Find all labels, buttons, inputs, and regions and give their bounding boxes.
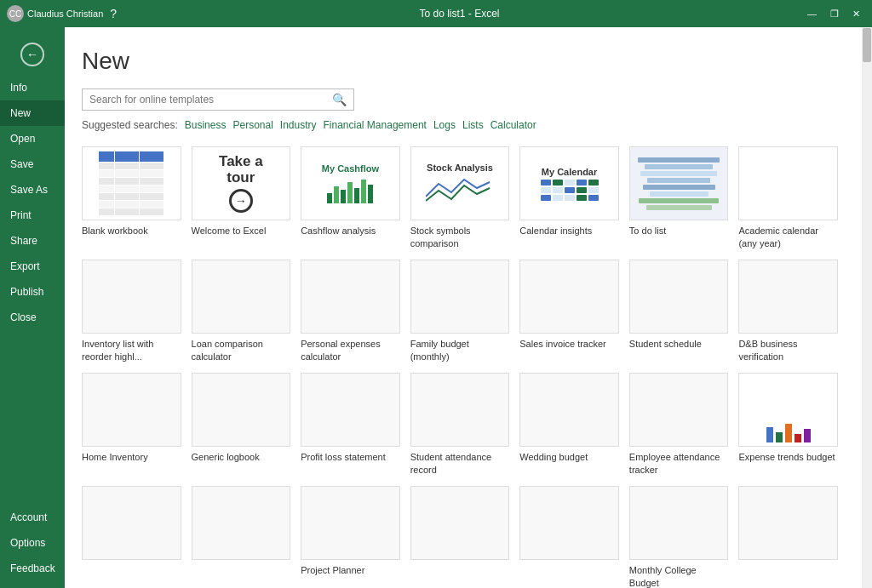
title-bar: CC Claudius Christian ? To do list1 - Ex… [0,0,872,27]
avatar: CC [7,5,24,22]
template-thumb-logbook [192,373,291,447]
suggested-label: Suggested searches: [82,119,178,131]
template-thumb-wedding [519,373,619,447]
template-thumb-loan [192,260,291,334]
suggested-searches: Suggested searches: BusinessPersonalIndu… [82,119,852,131]
template-thumb-sales [519,260,619,334]
template-name-expenses: Personal expenses calculator [301,338,400,363]
template-name-r6: Monthly College Budget [629,564,729,588]
template-card-family-budget[interactable]: Family budget (monthly) [410,260,510,363]
window-controls: — ❐ ✕ [802,7,865,21]
sidebar-item-open[interactable]: Open [0,126,65,151]
template-thumb-inventory [82,260,181,334]
template-card-r6[interactable]: Monthly College Budget [629,486,729,588]
suggested-tag-industry[interactable]: Industry [280,119,317,131]
suggested-tag-calculator[interactable]: Calculator [490,119,536,131]
template-thumb-r5 [519,486,619,560]
template-thumb-blank [82,146,181,220]
sidebar-item-save-as[interactable]: Save As [0,177,65,203]
template-card-tour[interactable]: Take a tour→Welcome to Excel [192,146,291,249]
suggested-tag-business[interactable]: Business [185,119,227,131]
back-circle-icon: ← [20,43,44,66]
sidebar-item-close[interactable]: Close [0,305,65,330]
sidebar-item-publish[interactable]: Publish [0,279,65,305]
template-card-loan[interactable]: Loan comparison calculator [192,260,291,363]
template-name-stock: Stock symbols comparison [410,225,510,249]
help-icon[interactable]: ? [110,7,117,20]
sidebar-item-new[interactable]: New [0,100,65,126]
template-thumb-attendance [410,373,510,447]
template-name-home-inv: Home Inventory [82,451,181,463]
suggested-tag-lists[interactable]: Lists [462,119,484,131]
search-row: 🔍 [82,88,852,111]
template-name-loan: Loan comparison calculator [192,338,291,363]
template-thumb-expense-trend [738,373,838,447]
close-button[interactable]: ✕ [847,7,865,21]
template-card-attendance[interactable]: Student attendance record [410,373,510,476]
maximize-button[interactable]: ❐ [825,7,844,21]
template-card-wedding[interactable]: Wedding budget [519,373,619,476]
back-button[interactable]: ← [0,34,65,75]
minimize-button[interactable]: — [802,7,822,20]
template-thumb-todo [629,146,729,220]
scrollbar-thumb [863,28,871,62]
template-name-attendance: Student attendance record [410,451,510,476]
template-thumb-r1 [82,486,181,560]
scrollbar[interactable] [862,27,872,588]
search-icon[interactable]: 🔍 [332,93,347,106]
template-name-dab: D&B business verification [738,338,838,363]
template-card-todo[interactable]: To do list [629,146,729,249]
template-thumb-cashflow: My Cashflow [301,146,400,220]
sidebar-item-options[interactable]: Options [0,530,65,556]
template-name-academic: Academic calendar (any year) [738,225,838,249]
template-card-calendar[interactable]: My CalendarCalendar insights [519,146,619,249]
template-card-r4[interactable] [410,486,510,588]
sidebar-item-share[interactable]: Share [0,228,65,254]
template-thumb-r6 [629,486,729,560]
template-card-r3[interactable]: Project Planner [301,486,400,588]
suggested-tag-financial-management[interactable]: Financial Management [324,119,427,131]
template-card-dab[interactable]: D&B business verification [738,260,838,363]
template-name-blank: Blank workbook [82,225,181,237]
template-card-academic[interactable]: Academic calendar (any year) [738,146,838,249]
sidebar-item-export[interactable]: Export [0,254,65,279]
template-name-emp-attend: Employee attendance tracker [629,451,729,476]
template-card-student[interactable]: Student schedule [629,260,729,363]
sidebar-item-save[interactable]: Save [0,151,65,177]
template-card-expense-trend[interactable]: Expense trends budget [738,373,838,476]
search-input[interactable] [89,94,332,106]
suggested-tag-personal[interactable]: Personal [232,119,272,131]
template-thumb-student [629,260,729,334]
sidebar-item-feedback[interactable]: Feedback [0,556,65,581]
template-card-r2[interactable] [192,486,291,588]
template-card-profit[interactable]: Profit loss statement [301,373,400,476]
template-thumb-profit [301,373,400,447]
template-card-stock[interactable]: Stock AnalysisStock symbols comparison [410,146,510,249]
search-box[interactable]: 🔍 [82,88,354,111]
template-thumb-family-budget [410,260,510,334]
template-card-sales[interactable]: Sales invoice tracker [519,260,619,363]
sidebar: ← InfoNewOpenSaveSave AsPrintShareExport… [0,27,65,588]
template-name-r3: Project Planner [301,564,400,576]
template-name-logbook: Generic logbook [192,451,291,463]
suggested-tag-logs[interactable]: Logs [433,119,456,131]
template-card-emp-attend[interactable]: Employee attendance tracker [629,373,729,476]
template-name-cashflow: Cashflow analysis [301,225,400,237]
template-thumb-stock: Stock Analysis [410,146,510,220]
template-card-inventory[interactable]: Inventory list with reorder highl... [82,260,181,363]
template-card-r1[interactable] [82,486,181,588]
template-card-logbook[interactable]: Generic logbook [192,373,291,476]
template-card-r7[interactable] [738,486,838,588]
template-card-cashflow[interactable]: My CashflowCashflow analysis [301,146,400,249]
template-name-tour: Welcome to Excel [192,225,291,237]
sidebar-item-print[interactable]: Print [0,203,65,228]
template-card-blank[interactable]: Blank workbook [82,146,181,249]
template-card-expenses[interactable]: Personal expenses calculator [301,260,400,363]
template-thumb-emp-attend [629,373,729,447]
sidebar-item-account[interactable]: Account [0,505,65,530]
template-card-r5[interactable] [519,486,619,588]
template-card-home-inv[interactable]: Home Inventory [82,373,181,476]
sidebar-item-info[interactable]: Info [0,75,65,100]
template-name-profit: Profit loss statement [301,451,400,463]
template-thumb-r2 [192,486,291,560]
